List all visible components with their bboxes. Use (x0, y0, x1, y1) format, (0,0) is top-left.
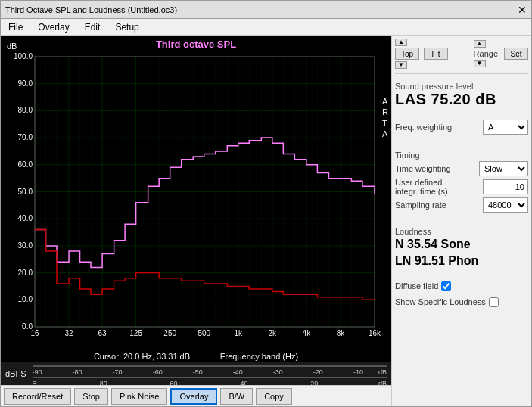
timing-label: Timing (395, 151, 528, 160)
arta-label: ARTA (382, 96, 388, 139)
integr-time-input[interactable] (483, 179, 528, 194)
top-range-controls: ▲ Top ▼ Fit ▲ Range ▼ Set (395, 39, 528, 69)
separator-5 (395, 275, 528, 275)
range-down-button[interactable]: ▼ (474, 60, 486, 67)
dbfs-bar: dBFS -90-80-70-60-50-40-30-20-10dB R-80-… (1, 362, 391, 385)
loudness-value-sone: N 35.54 Sone (395, 236, 528, 253)
dbfs-ticks-bottom: R-80-60-40-20dB (33, 380, 387, 387)
show-specific-loudness-checkbox[interactable] (489, 297, 499, 307)
diffuse-field-row: Diffuse field (395, 281, 528, 291)
dbfs-meter-top (33, 365, 387, 367)
stop-button[interactable]: Stop (74, 388, 108, 405)
overlay-button[interactable]: Overlay (170, 388, 217, 405)
button-row: Record/Reset Stop Pink Noise Overlay B/W… (1, 385, 391, 406)
pink-noise-button[interactable]: Pink Noise (111, 388, 168, 405)
top-button[interactable]: Top (395, 48, 419, 60)
show-specific-loudness-label: Show Specific Loudness (395, 297, 486, 306)
y-axis-label: dB (7, 42, 17, 51)
show-specific-loudness-row: Show Specific Loudness (395, 297, 528, 307)
copy-button[interactable]: Copy (256, 388, 292, 405)
spl-section-label: Sound pressure level (395, 82, 528, 91)
sampling-rate-label: Sampling rate (395, 200, 446, 210)
main-content: Third octave SPL dB ARTA Cursor: 20.0 Hz… (1, 36, 531, 406)
chart-cursor-info: Cursor: 20.0 Hz, 33.31 dB Frequency band… (1, 350, 391, 362)
user-defined-row: User definedintegr. time (s) (395, 178, 528, 196)
freq-weighting-row: Freq. weighting A B C Z (395, 120, 528, 135)
title-bar: Third Octave SPL and Loudness (Untitled.… (1, 1, 531, 19)
dbfs-scale: -90-80-70-60-50-40-30-20-10dB R-80-60-40… (33, 365, 387, 382)
top-down-button[interactable]: ▼ (395, 61, 407, 69)
dbfs-track-bottom (33, 377, 387, 378)
menu-file[interactable]: File (4, 20, 27, 34)
record-reset-button[interactable]: Record/Reset (4, 388, 71, 405)
top-spinner: ▲ (395, 39, 419, 46)
time-weighting-select[interactable]: Slow Fast Impulse (479, 161, 528, 176)
set-button[interactable]: Set (504, 48, 528, 60)
time-weighting-label: Time weighting (395, 164, 451, 173)
right-panel: ▲ Top ▼ Fit ▲ Range ▼ Set (391, 36, 531, 406)
spl-value: LAS 75.20 dB (395, 91, 528, 108)
loudness-label: Loudness (395, 227, 528, 236)
window-title: Third Octave SPL and Loudness (Untitled.… (5, 5, 177, 14)
range-set-group: ▲ Range ▼ (474, 40, 499, 67)
menu-bar: File Overlay Edit Setup (1, 19, 531, 36)
chart-area: Third octave SPL dB ARTA Cursor: 20.0 Hz… (1, 36, 391, 406)
freq-weighting-select[interactable]: A B C Z (483, 120, 528, 135)
dbfs-track-top (33, 365, 387, 367)
cursor-text: Cursor: 20.0 Hz, 33.31 dB (94, 352, 190, 361)
time-weighting-row: Time weighting Slow Fast Impulse (395, 161, 528, 176)
menu-edit[interactable]: Edit (80, 20, 105, 34)
timing-section: Timing Time weighting Slow Fast Impulse … (395, 148, 528, 214)
top-fit-group: ▲ Top ▼ (395, 39, 419, 69)
menu-overlay[interactable]: Overlay (33, 20, 73, 34)
loudness-section: Loudness N 35.54 Sone LN 91.51 Phon (395, 224, 528, 270)
diffuse-field-label: Diffuse field (395, 281, 438, 290)
spl-section: Sound pressure level LAS 75.20 dB (395, 79, 528, 108)
main-window: Third Octave SPL and Loudness (Untitled.… (0, 0, 532, 407)
separator-2 (395, 113, 528, 113)
close-button[interactable]: ✕ (518, 5, 527, 15)
dbfs-meter-bottom (33, 377, 387, 378)
freq-weighting-label: Freq. weighting (395, 123, 452, 132)
sampling-rate-select[interactable]: 44100 48000 96000 (483, 197, 528, 213)
separator-1 (395, 73, 528, 74)
separator-4 (395, 219, 528, 219)
chart-canvas (1, 36, 391, 350)
user-defined-label: User definedintegr. time (s) (395, 178, 448, 196)
fit-button[interactable]: Fit (424, 48, 448, 60)
range-up-button[interactable]: ▲ (474, 40, 486, 48)
top-up-button[interactable]: ▲ (395, 39, 407, 46)
freq-band-label: Frequency band (Hz) (220, 352, 298, 361)
sampling-rate-row: Sampling rate 44100 48000 96000 (395, 197, 528, 213)
diffuse-field-checkbox[interactable] (441, 281, 451, 291)
menu-setup[interactable]: Setup (110, 20, 143, 34)
dbfs-ticks-top: -90-80-70-60-50-40-30-20-10dB (33, 368, 387, 376)
separator-3 (395, 141, 528, 141)
dbfs-label: dBFS (5, 369, 26, 378)
chart-canvas-wrapper: Third octave SPL dB ARTA (1, 36, 391, 350)
range-label: Range (474, 49, 498, 58)
loudness-value-phon: LN 91.51 Phon (395, 253, 528, 269)
bw-button[interactable]: B/W (220, 388, 253, 405)
